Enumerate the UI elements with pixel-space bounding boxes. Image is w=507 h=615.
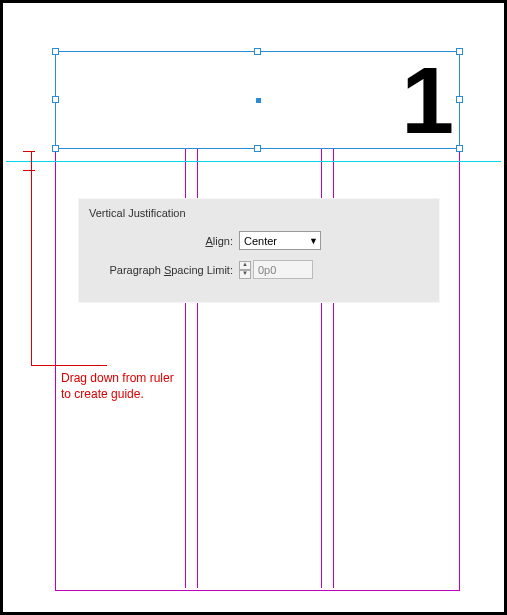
- horizontal-guide[interactable]: [6, 161, 501, 162]
- label-text: pacing Limit:: [171, 264, 233, 276]
- resize-handle-tl[interactable]: [52, 48, 59, 55]
- label-text: Paragraph: [109, 264, 163, 276]
- resize-handle-ml[interactable]: [52, 96, 59, 103]
- resize-handle-mr[interactable]: [456, 96, 463, 103]
- spacing-spinner: ▲ ▼ 0p0: [239, 260, 313, 279]
- annotation-tick: [23, 151, 35, 152]
- spacing-label: Paragraph Spacing Limit:: [89, 264, 239, 276]
- spacing-input[interactable]: 0p0: [253, 260, 313, 279]
- spinner-up-button[interactable]: ▲: [239, 261, 251, 270]
- annotation-line: [31, 151, 32, 365]
- align-row: Align: Center ▼: [89, 231, 429, 250]
- resize-handle-bl[interactable]: [52, 145, 59, 152]
- vertical-justification-panel: Vertical Justification Align: Center ▼ P…: [78, 198, 440, 303]
- selected-text-frame[interactable]: [55, 51, 460, 149]
- align-label: Align:: [89, 235, 239, 247]
- label-accel: A: [205, 235, 212, 247]
- select-value: Center: [244, 235, 277, 247]
- annotation-text: Drag down from ruler to create guide.: [61, 370, 174, 402]
- chevron-down-icon: ▼: [309, 236, 318, 246]
- frame-center-point[interactable]: [256, 98, 261, 103]
- align-select[interactable]: Center ▼: [239, 231, 321, 250]
- panel-title: Vertical Justification: [89, 207, 429, 219]
- annotation-line: [31, 365, 107, 366]
- annotation-tick: [23, 170, 35, 171]
- spinner-down-button[interactable]: ▼: [239, 270, 251, 279]
- label-text: lign:: [213, 235, 233, 247]
- resize-handle-br[interactable]: [456, 145, 463, 152]
- design-canvas[interactable]: 1 Vertical Justification Align: Center ▼…: [3, 3, 504, 612]
- resize-handle-bm[interactable]: [254, 145, 261, 152]
- resize-handle-tr[interactable]: [456, 48, 463, 55]
- resize-handle-tm[interactable]: [254, 48, 261, 55]
- spacing-row: Paragraph Spacing Limit: ▲ ▼ 0p0: [89, 260, 429, 279]
